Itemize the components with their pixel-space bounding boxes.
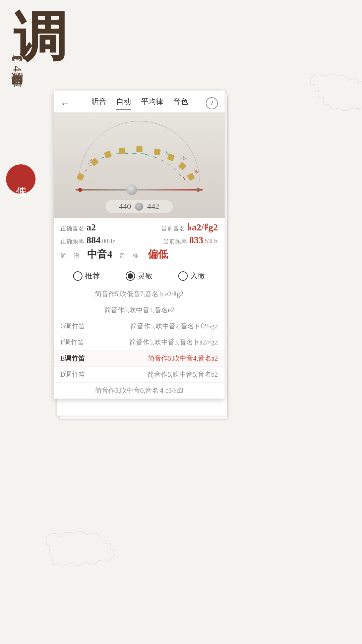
solfege-label: 简 谱 [60, 252, 80, 260]
current-freq-label: 当前频率 [163, 237, 187, 245]
radio-sensitive[interactable]: 灵敏 [126, 271, 153, 281]
top-nav: ← 听音 自动 平均律 音色 ? [54, 91, 225, 113]
freq-ref-left: 440 [119, 202, 131, 211]
list-item-0[interactable]: 简音作5,吹低音7,音名♭e2/♯g2 [54, 286, 225, 302]
correct-freq-unit: Hz [108, 238, 115, 245]
svg-line-9 [141, 154, 145, 154]
list-item-6[interactable]: 简音作5,吹中音6,音名♯c3/♭d3 [54, 383, 225, 399]
correct-freq: 正确频率 884.00Hz [60, 235, 115, 246]
solfege-value: 中音4 [87, 248, 112, 261]
current-freq-decimal: .53 [203, 238, 211, 245]
vertical-label: 【E调竹笛中音4】 [9, 54, 25, 73]
instrument-list: 简音作5,吹低音7,音名♭e2/♯g2 简音作5,吹中音1,音名e2 G调竹笛 … [54, 286, 225, 399]
correct-note-label: 正确音名 [60, 225, 84, 232]
status-badge: 偏低 [6, 164, 36, 194]
sensitivity-options: 推荐 灵敏 入微 [54, 266, 225, 286]
svg-line-16 [183, 177, 185, 180]
radio-fine-circle [178, 271, 188, 281]
list-item-4-instrument: E调竹笛 [60, 354, 94, 363]
svg-text:-20: -20 [179, 154, 187, 161]
radio-sensitive-circle [126, 271, 135, 281]
svg-line-12 [161, 160, 164, 161]
freq-ref-right: 442 [147, 202, 159, 211]
nav-item-equal[interactable]: 平均律 [141, 97, 163, 110]
svg-rect-29 [154, 149, 161, 156]
freq-dot[interactable] [135, 203, 143, 211]
svg-line-11 [153, 157, 157, 158]
tuning-value: 偏低 [148, 248, 168, 261]
list-item-1[interactable]: 简音作5,吹中音1,音名e2 [54, 302, 225, 318]
svg-line-4 [101, 157, 104, 158]
svg-rect-31 [178, 162, 186, 170]
radio-recommend-label: 推荐 [85, 271, 100, 281]
list-item-5-desc: 简音作5,吹中音5,音名b2 [147, 370, 218, 379]
radio-fine[interactable]: 入微 [178, 271, 205, 281]
cloud-decoration-bottom [34, 527, 121, 594]
correct-note-value: a2 [86, 222, 96, 233]
needle-handle[interactable] [126, 184, 137, 195]
svg-line-10 [145, 154, 149, 155]
list-item-3-instrument: F调竹笛 [60, 338, 94, 347]
needle-left-marker [78, 188, 82, 192]
svg-rect-28 [136, 146, 142, 152]
list-item-5-instrument: D调竹笛 [60, 370, 94, 379]
svg-line-13 [168, 163, 170, 165]
list-item-2-instrument: G调竹笛 [60, 322, 94, 331]
list-item-4-desc: 简音作5,吹中音4,音名a2 [148, 354, 218, 363]
svg-line-1 [85, 169, 87, 171]
main-card: ← 听音 自动 平均律 音色 ? [54, 91, 225, 399]
svg-line-14 [174, 168, 176, 170]
current-freq-main: 833 [189, 235, 203, 246]
svg-rect-27 [119, 148, 125, 154]
nav-item-auto[interactable]: 自动 [116, 97, 131, 110]
list-item-0-desc: 简音作5,吹低音7,音名♭e2/♯g2 [95, 289, 183, 299]
list-item-3-desc: 简音作5,吹中音3,音名♭a2/♯g2 [129, 338, 218, 347]
info-area: 正确音名 a2 当前音名 ♭a2/♯g2 正确频率 884.00Hz 当前频率 … [54, 218, 225, 266]
current-note-label: 当前音名 [161, 225, 185, 232]
correct-freq-decimal: .00 [101, 238, 108, 245]
nav-item-listen[interactable]: 听音 [92, 97, 106, 110]
solfege-row: 简 谱 中音4 音 准 偏低 [60, 248, 218, 261]
correct-freq-main: 884 [86, 235, 101, 246]
svg-line-15 [179, 173, 181, 176]
list-item-3[interactable]: F调竹笛 简音作5,吹中音3,音名♭a2/♯g2 [54, 334, 225, 351]
back-button[interactable]: ← [60, 98, 70, 109]
current-freq: 当前频率 833.53Hz [163, 235, 218, 246]
current-note-value: ♭a2/♯g2 [187, 222, 218, 233]
current-freq-unit: Hz [211, 238, 218, 245]
status-badge-text: 偏低 [14, 178, 28, 180]
list-item-4[interactable]: E调竹笛 简音作5,吹中音4,音名a2 [54, 351, 225, 367]
tuner-area: -30 -20 -10 0 10 -20 [54, 113, 225, 218]
list-item-2-desc: 简音作5,吹中音2,音名♯f2/♭g2 [130, 322, 218, 331]
freq-row: 正确频率 884.00Hz 当前频率 833.53Hz [60, 235, 218, 246]
needle-track[interactable] [75, 189, 203, 191]
nav-items: 听音 自动 平均律 音色 [74, 97, 206, 110]
needle-right-marker [196, 188, 200, 192]
list-item-1-desc: 简音作5,吹中音1,音名e2 [104, 306, 174, 315]
nav-item-timbre[interactable]: 音色 [173, 97, 188, 110]
needle-area [75, 183, 203, 197]
help-button[interactable]: ? [206, 97, 218, 109]
radio-sensitive-label: 灵敏 [138, 271, 153, 281]
svg-rect-32 [187, 173, 195, 181]
radio-recommend[interactable]: 推荐 [73, 271, 100, 281]
card-stack: ← 听音 自动 平均律 音色 ? [54, 91, 225, 399]
list-item-6-desc: 简音作5,吹中音6,音名♯c3/♭d3 [95, 386, 183, 395]
current-note: 当前音名 ♭a2/♯g2 [161, 222, 218, 233]
list-item-5[interactable]: D调竹笛 简音作5,吹中音5,音名b2 [54, 367, 225, 383]
frequency-display: 440 442 [106, 200, 173, 213]
correct-freq-label: 正确频率 [60, 237, 84, 245]
radio-fine-label: 入微 [190, 271, 205, 281]
gauge-svg: -30 -20 -10 0 10 -20 [69, 119, 209, 186]
radio-recommend-circle [73, 271, 82, 281]
cloud-decoration-top [288, 67, 362, 127]
svg-line-6 [116, 154, 120, 154]
list-item-2[interactable]: G调竹笛 简音作5,吹中音2,音名♯f2/♭g2 [54, 318, 225, 334]
note-row: 正确音名 a2 当前音名 ♭a2/♯g2 [60, 222, 218, 233]
bracket-close: 】 [11, 72, 24, 73]
gauge-container: -30 -20 -10 0 10 -20 [69, 119, 209, 186]
svg-text:-30: -30 [192, 167, 200, 175]
tuning-label: 音 准 [119, 252, 139, 260]
correct-note: 正确音名 a2 [60, 222, 96, 233]
